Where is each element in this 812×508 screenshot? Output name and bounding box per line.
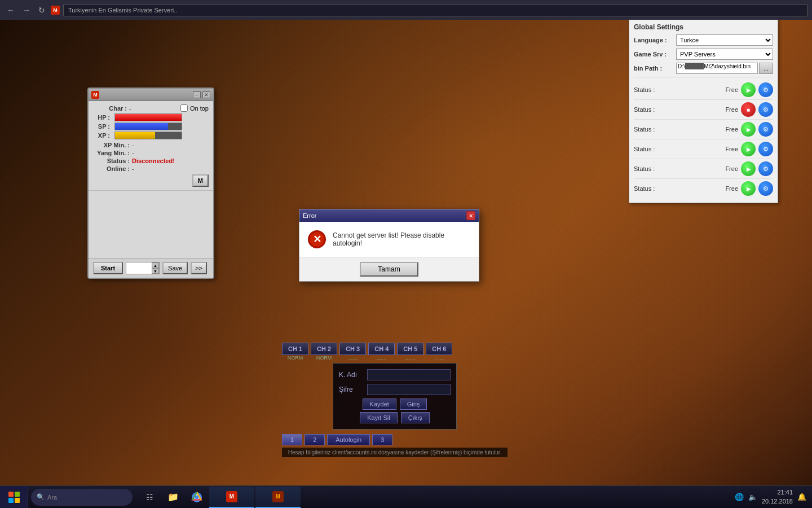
task-view-btn[interactable]: ☷ [138, 487, 161, 508]
error-close-btn[interactable]: ✕ [466, 211, 475, 220]
tabs-row: 1 2 Autologin 3 [282, 434, 508, 445]
error-dialog: Error ✕ ✕ Cannot get server list! Please… [299, 209, 479, 282]
giris-button[interactable]: Giriş [400, 398, 427, 410]
tab-autologin-btn[interactable]: Autologin [327, 434, 370, 445]
bot-3-play-btn[interactable]: ▶ [741, 122, 756, 137]
bot-6-status-label: Status : [634, 185, 725, 192]
bot-4-status-value: Free [725, 146, 738, 152]
ch-4-col: CH 4 ....... [368, 343, 395, 361]
tab-2-btn[interactable]: 2 [304, 434, 325, 445]
gear-icon-2: ⚙ [763, 106, 769, 113]
browser-refresh-btn[interactable]: ↻ [36, 5, 47, 16]
bin-path-label: bin Path : [634, 65, 676, 72]
ch-3-col: CH 3 ....... [339, 343, 366, 361]
spin-down-btn[interactable]: ▼ [152, 268, 159, 274]
browser-favicon: M [51, 6, 60, 15]
start-menu-btn[interactable] [0, 486, 28, 509]
password-input[interactable] [367, 384, 451, 395]
ontop-checkbox[interactable] [180, 104, 188, 112]
tab-1-btn[interactable]: 1 [282, 434, 302, 445]
game-window: CH 1 NORM CH 2 NORM CH 3 ....... CH 4 ..… [282, 343, 508, 457]
char-value: - [129, 105, 131, 112]
bot-6-status-value: Free [725, 185, 738, 192]
ch-5-btn[interactable]: CH 5 [397, 343, 423, 355]
more-button[interactable]: >> [191, 262, 207, 274]
char-close-btn[interactable]: ✕ [202, 91, 210, 98]
username-input[interactable] [367, 369, 451, 380]
win-q1 [8, 492, 14, 497]
ch-2-btn[interactable]: CH 2 [311, 343, 337, 355]
game-icon-2-btn[interactable]: M [255, 487, 301, 508]
bot-1-gear-btn[interactable]: ⚙ [758, 82, 773, 97]
bot-3-gear-btn[interactable]: ⚙ [758, 122, 773, 137]
notification-icon[interactable]: 🔔 [797, 493, 806, 501]
global-settings-title: Global Settings [634, 23, 773, 31]
bot-4-play-btn[interactable]: ▶ [741, 142, 756, 156]
bot-6-gear-btn[interactable]: ⚙ [758, 181, 773, 196]
bot-6-play-btn[interactable]: ▶ [741, 181, 756, 196]
bin-path-row: bin Path : D:\XXXXXMt2\dazyshield.bin ..… [634, 63, 773, 74]
ch-4-btn[interactable]: CH 4 [368, 343, 395, 355]
sp-fill [115, 123, 168, 130]
kaydet-button[interactable]: Kaydet [363, 398, 396, 410]
browse-button[interactable]: ... [759, 63, 773, 74]
bot-5-gear-btn[interactable]: ⚙ [758, 161, 773, 176]
ch-1-btn[interactable]: CH 1 [282, 343, 308, 355]
ch-1-status: NORM [282, 355, 308, 361]
bot-4-gear-btn[interactable]: ⚙ [758, 142, 773, 156]
online-row: Online : - [93, 165, 209, 172]
gear-icon-4: ⚙ [763, 146, 769, 153]
m-button[interactable]: M [192, 174, 209, 187]
taskbar-search[interactable]: 🔍 Ara [31, 489, 133, 506]
ok-button[interactable]: Tamam [360, 262, 418, 277]
char-minimize-btn[interactable]: – [193, 91, 201, 98]
bot-5-play-btn[interactable]: ▶ [741, 161, 756, 176]
char-title-buttons: – ✕ [193, 91, 210, 98]
kayit-sil-button[interactable]: Kayıt Sil [360, 412, 397, 423]
login-box: K. Adı Şifre Kaydet Giriş Kayıt Sil Çıkı… [333, 363, 457, 430]
username-label: K. Adı [339, 371, 364, 379]
bot-1-play-btn[interactable]: ▶ [741, 82, 756, 97]
error-footer: Tamam [299, 257, 479, 281]
clock-time: 21:41 [762, 488, 793, 497]
ch-6-btn[interactable]: CH 6 [426, 343, 452, 355]
hp-row: HP : [93, 113, 209, 121]
bot-1-status-value: Free [725, 86, 738, 93]
chrome-btn[interactable] [186, 487, 208, 508]
play-icon-5: ▶ [747, 166, 751, 172]
yang-min-row: Yang Min. : - [93, 150, 209, 156]
play-icon-1: ▶ [747, 87, 751, 93]
tab-3-btn[interactable]: 3 [372, 434, 392, 445]
bot-row-2: Status : Free ■ ⚙ [634, 100, 773, 120]
browser-forward-btn[interactable]: → [20, 5, 33, 16]
settings-content: Global Settings Language : Turkce Game S… [629, 19, 778, 203]
bot-2-stop-btn[interactable]: ■ [741, 102, 756, 117]
taskbar-right: 🌐 🔈 21:41 20.12.2018 🔔 [729, 488, 812, 506]
yang-min-value: - [132, 150, 134, 156]
win-q3 [8, 498, 14, 503]
save-button[interactable]: Save [162, 262, 188, 274]
bot-5-status-label: Status : [634, 165, 725, 172]
play-icon-3: ▶ [747, 126, 751, 133]
error-icon: ✕ [308, 230, 326, 248]
game-srv-select[interactable]: PVP Servers [676, 49, 773, 60]
char-label: Char : [93, 105, 127, 112]
language-label: Language : [634, 37, 676, 43]
file-explorer-btn[interactable]: 📁 [162, 487, 184, 508]
ch-3-btn[interactable]: CH 3 [339, 343, 366, 355]
spin-up-btn[interactable]: ▲ [152, 262, 159, 268]
char-spin-input[interactable] [126, 265, 152, 271]
xp-label: XP : [93, 132, 110, 139]
language-select[interactable]: Turkce [676, 34, 773, 46]
browser-back-btn[interactable]: ← [5, 5, 17, 16]
login-btn-row-2: Kayıt Sil Çıkış [339, 412, 451, 423]
bot-2-gear-btn[interactable]: ⚙ [758, 102, 773, 117]
play-icon-4: ▶ [747, 146, 751, 152]
char-spacer [89, 190, 213, 258]
bot-2-status-label: Status : [634, 106, 725, 113]
cikis-button[interactable]: Çıkış [401, 412, 430, 423]
start-button[interactable]: Start [93, 262, 123, 274]
ch-2-col: CH 2 NORM [311, 343, 337, 361]
game-icon-1-btn[interactable]: M [209, 487, 254, 508]
stop-icon-2: ■ [747, 107, 750, 113]
